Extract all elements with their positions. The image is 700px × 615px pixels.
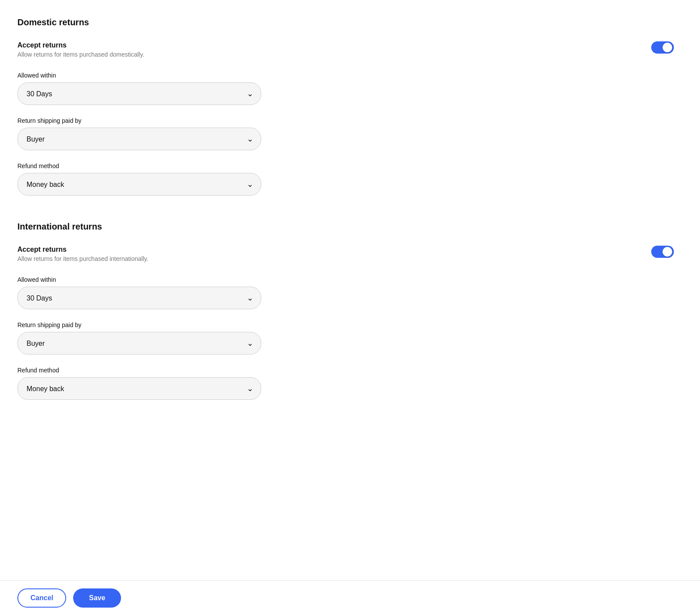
international-refund-method-select[interactable]: Money back Exchange Store credit bbox=[17, 377, 261, 400]
international-returns-title: International returns bbox=[17, 222, 674, 232]
domestic-accept-returns-toggle[interactable] bbox=[651, 41, 674, 54]
domestic-refund-method-group: Refund method Money back Exchange Store … bbox=[17, 162, 674, 196]
international-allowed-within-wrapper: 14 Days 30 Days 60 Days 90 Days ⌄ bbox=[17, 287, 261, 309]
domestic-accept-returns-label: Accept returns bbox=[17, 41, 643, 49]
main-content: Domestic returns Accept returns Allow re… bbox=[0, 0, 700, 478]
international-return-shipping-label: Return shipping paid by bbox=[17, 321, 674, 328]
international-return-shipping-group: Return shipping paid by Buyer Seller Fre… bbox=[17, 321, 674, 355]
international-allowed-within-group: Allowed within 14 Days 30 Days 60 Days 9… bbox=[17, 276, 674, 309]
domestic-allowed-within-group: Allowed within 14 Days 30 Days 60 Days 9… bbox=[17, 72, 674, 105]
international-accept-returns-toggle[interactable] bbox=[651, 246, 674, 258]
domestic-refund-method-wrapper: Money back Exchange Store credit ⌄ bbox=[17, 173, 261, 196]
domestic-return-shipping-wrapper: Buyer Seller Free returns ⌄ bbox=[17, 128, 261, 150]
international-accept-returns-label: Accept returns bbox=[17, 246, 643, 253]
domestic-refund-method-label: Refund method bbox=[17, 162, 674, 169]
cancel-button[interactable]: Cancel bbox=[17, 588, 66, 608]
save-button[interactable]: Save bbox=[73, 588, 121, 608]
international-allowed-within-label: Allowed within bbox=[17, 276, 674, 283]
action-bar: Cancel Save bbox=[0, 580, 700, 615]
domestic-returns-title: Domestic returns bbox=[17, 17, 674, 27]
international-return-shipping-wrapper: Buyer Seller Free returns ⌄ bbox=[17, 332, 261, 355]
domestic-allowed-within-label: Allowed within bbox=[17, 72, 674, 79]
international-accept-returns-description: Allow returns for items purchased intern… bbox=[17, 255, 643, 262]
international-accept-returns-row: Accept returns Allow returns for items p… bbox=[17, 246, 674, 262]
domestic-return-shipping-group: Return shipping paid by Buyer Seller Fre… bbox=[17, 117, 674, 150]
domestic-returns-section: Domestic returns Accept returns Allow re… bbox=[17, 17, 674, 196]
international-refund-method-wrapper: Money back Exchange Store credit ⌄ bbox=[17, 377, 261, 400]
international-refund-method-label: Refund method bbox=[17, 367, 674, 374]
domestic-return-shipping-label: Return shipping paid by bbox=[17, 117, 674, 124]
international-return-shipping-select[interactable]: Buyer Seller Free returns bbox=[17, 332, 261, 355]
international-returns-section: International returns Accept returns All… bbox=[17, 222, 674, 400]
domestic-accept-returns-text: Accept returns Allow returns for items p… bbox=[17, 41, 643, 58]
domestic-allowed-within-wrapper: 14 Days 30 Days 60 Days 90 Days ⌄ bbox=[17, 82, 261, 105]
international-refund-method-group: Refund method Money back Exchange Store … bbox=[17, 367, 674, 400]
domestic-accept-returns-row: Accept returns Allow returns for items p… bbox=[17, 41, 674, 58]
international-accept-returns-text: Accept returns Allow returns for items p… bbox=[17, 246, 643, 262]
domestic-allowed-within-select[interactable]: 14 Days 30 Days 60 Days 90 Days bbox=[17, 82, 261, 105]
international-allowed-within-select[interactable]: 14 Days 30 Days 60 Days 90 Days bbox=[17, 287, 261, 309]
domestic-toggle-thumb bbox=[663, 43, 672, 52]
domestic-refund-method-select[interactable]: Money back Exchange Store credit bbox=[17, 173, 261, 196]
domestic-accept-returns-description: Allow returns for items purchased domest… bbox=[17, 51, 643, 58]
domestic-return-shipping-select[interactable]: Buyer Seller Free returns bbox=[17, 128, 261, 150]
international-toggle-thumb bbox=[663, 247, 672, 257]
